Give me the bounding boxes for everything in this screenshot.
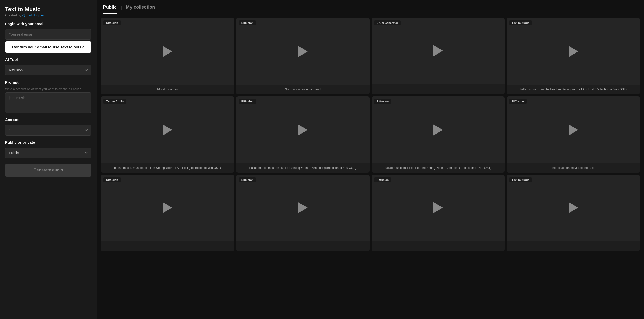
- card-title: heroic action movie soundtrack: [507, 163, 640, 173]
- card-badge: Text to Audio: [103, 99, 126, 104]
- music-card[interactable]: Riffusion: [236, 175, 370, 251]
- prompt-section: Prompt Write a description of what you w…: [5, 80, 91, 113]
- card-badge: Text to Audio: [509, 177, 532, 182]
- card-title-empty: [101, 241, 234, 251]
- confirm-button[interactable]: Confirm your email to use Text to Music: [5, 41, 91, 53]
- play-icon: [433, 124, 443, 136]
- card-badge: Text to Audio: [509, 20, 532, 25]
- card-visual: [236, 175, 370, 241]
- card-badge: Riffusion: [239, 99, 256, 104]
- card-title-empty: [507, 241, 640, 251]
- prompt-label: Prompt: [5, 80, 91, 84]
- play-icon: [163, 202, 172, 213]
- card-title: ballad music, must be like Lee Seung Yoo…: [236, 163, 370, 173]
- card-title: Mood for a day: [101, 85, 234, 94]
- prompt-textarea[interactable]: [5, 92, 91, 113]
- app-title: Text to Music: [5, 6, 91, 13]
- play-icon: [163, 124, 172, 136]
- card-title-empty: [372, 84, 505, 94]
- card-badge: Riffusion: [103, 20, 121, 25]
- created-by: Created by @markdoppler_: [5, 13, 91, 17]
- prompt-hint: Write a description of what you want to …: [5, 87, 91, 91]
- music-card[interactable]: Riffusion: [372, 175, 505, 251]
- twitter-link[interactable]: @markdoppler_: [22, 13, 46, 17]
- music-card[interactable]: Riffusion Mood for a day: [101, 18, 234, 94]
- card-visual: [507, 18, 640, 85]
- card-badge: Riffusion: [103, 177, 121, 182]
- card-visual: [101, 18, 234, 85]
- email-input[interactable]: [5, 29, 91, 40]
- card-title: Song about losing a friend: [236, 85, 370, 94]
- amount-select[interactable]: 1 2 3 4 5: [5, 125, 91, 136]
- tab-my-collection[interactable]: My collection: [126, 5, 155, 14]
- play-icon: [298, 46, 308, 57]
- sidebar: Text to Music Created by @markdoppler_ L…: [0, 0, 97, 319]
- music-card[interactable]: Riffusion: [101, 175, 234, 251]
- ai-tool-section: AI Tool Riffusion Suno Udio: [5, 57, 91, 75]
- ai-tool-label: AI Tool: [5, 57, 91, 62]
- login-label: Login with your email: [5, 22, 91, 26]
- card-visual: [372, 18, 505, 84]
- main-content: Public | My collection Riffusion Mood fo…: [97, 0, 644, 319]
- play-icon: [298, 202, 308, 213]
- music-grid: Riffusion Mood for a day Riffusion Song …: [97, 14, 644, 319]
- card-visual: [507, 96, 640, 163]
- amount-label: Amount: [5, 117, 91, 122]
- card-badge: Riffusion: [374, 177, 391, 182]
- card-title-empty: [372, 241, 505, 251]
- card-title: ballad music, must be like Lee Seung Yoo…: [372, 163, 505, 173]
- play-icon: [569, 124, 578, 136]
- login-section: Login with your email Confirm your email…: [5, 22, 91, 53]
- card-visual: [236, 96, 370, 163]
- card-visual: [101, 175, 234, 241]
- play-icon: [298, 124, 308, 136]
- generate-button[interactable]: Generate audio: [5, 164, 91, 177]
- play-icon: [569, 202, 578, 213]
- amount-section: Amount 1 2 3 4 5: [5, 117, 91, 136]
- music-card[interactable]: Riffusion heroic action movie soundtrack: [507, 96, 640, 173]
- music-card[interactable]: Riffusion Song about losing a friend: [236, 18, 370, 94]
- card-badge: Riffusion: [239, 20, 256, 25]
- card-title-empty: [236, 241, 370, 251]
- tab-public[interactable]: Public: [103, 5, 117, 14]
- music-card[interactable]: Riffusion ballad music, must be like Lee…: [236, 96, 370, 173]
- music-card[interactable]: Text to Audio ballad music, must be like…: [507, 18, 640, 94]
- play-icon: [163, 46, 172, 57]
- card-title: ballad music, must be like Lee Seung Yoo…: [101, 163, 234, 173]
- play-icon: [569, 46, 578, 57]
- visibility-section: Public or private Public Private: [5, 140, 91, 158]
- music-card[interactable]: Riffusion ballad music, must be like Lee…: [372, 96, 505, 173]
- card-visual: [372, 175, 505, 241]
- card-visual: [507, 175, 640, 241]
- card-title: ballad music, must be like Lee Seung Yoo…: [507, 85, 640, 94]
- music-card[interactable]: Text to Audio ballad music, must be like…: [101, 96, 234, 173]
- music-card[interactable]: Drum Generator: [372, 18, 505, 94]
- tab-divider: |: [121, 5, 122, 13]
- visibility-label: Public or private: [5, 140, 91, 144]
- card-visual: [236, 18, 370, 85]
- card-badge: Riffusion: [509, 99, 527, 104]
- play-icon: [433, 202, 443, 213]
- play-icon: [433, 45, 443, 56]
- card-visual: [372, 96, 505, 163]
- ai-tool-select[interactable]: Riffusion Suno Udio: [5, 65, 91, 75]
- card-visual: [101, 96, 234, 163]
- card-badge: Riffusion: [374, 99, 391, 104]
- tabs-bar: Public | My collection: [97, 0, 644, 14]
- card-badge: Riffusion: [239, 177, 256, 182]
- visibility-select[interactable]: Public Private: [5, 148, 91, 158]
- card-badge: Drum Generator: [374, 20, 401, 25]
- music-card[interactable]: Text to Audio: [507, 175, 640, 251]
